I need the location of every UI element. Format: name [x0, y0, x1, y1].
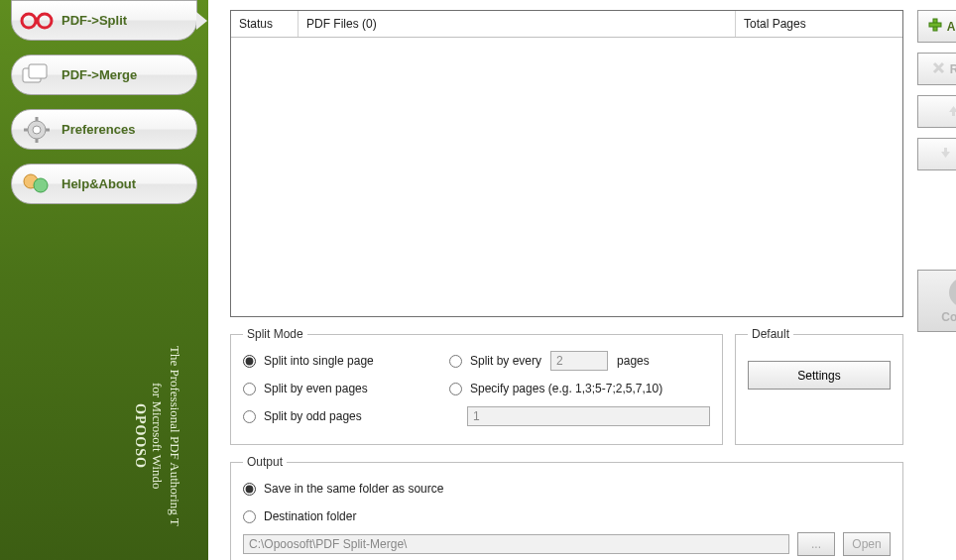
nav-label: PDF->Merge: [61, 67, 137, 82]
output-legend: Output: [243, 455, 287, 469]
svg-rect-3: [29, 64, 47, 78]
col-status[interactable]: Status: [231, 11, 299, 37]
arrow-up-icon: [947, 104, 956, 120]
up-button[interactable]: Up: [917, 95, 956, 128]
split-icon: [19, 6, 55, 36]
play-icon: [949, 278, 956, 307]
split-legend: Split Mode: [243, 327, 307, 341]
svg-point-5: [33, 126, 41, 134]
label-same-folder[interactable]: Save in the same folder as source: [264, 482, 443, 496]
nav-merge[interactable]: PDF->Merge: [11, 55, 197, 95]
file-list[interactable]: Status PDF Files (0) Total Pages: [230, 10, 903, 317]
radio-specify[interactable]: [449, 383, 462, 395]
output-group: Output Save in the same folder as source…: [230, 455, 903, 560]
nav-label: Preferences: [61, 122, 135, 137]
add-button[interactable]: Add: [917, 10, 956, 43]
nav-label: Help&About: [61, 176, 136, 191]
default-group: Default Settings: [735, 327, 903, 445]
svg-point-0: [22, 14, 36, 28]
svg-rect-13: [929, 23, 941, 27]
svg-point-11: [34, 178, 48, 192]
label-every-post: pages: [617, 354, 650, 368]
nav-preferences[interactable]: Preferences: [11, 109, 197, 150]
remove-button[interactable]: Remove: [917, 53, 956, 85]
input-specify[interactable]: [467, 406, 710, 426]
convert-button[interactable]: Convert: [917, 270, 956, 332]
output-path-input[interactable]: [243, 534, 789, 554]
label-even[interactable]: Split by even pages: [264, 382, 368, 395]
plus-icon: [928, 18, 942, 35]
label-specify[interactable]: Specify pages (e.g. 1,3;5-7;2,5,7,10): [470, 382, 662, 395]
nav-label: PDF->Split: [61, 13, 127, 28]
sidebar: PDF->Split PDF->Merge Preferences Help&A…: [0, 0, 208, 560]
col-files[interactable]: PDF Files (0): [299, 11, 736, 37]
help-icon: [19, 169, 55, 199]
input-every[interactable]: [550, 351, 608, 371]
nav-help[interactable]: Help&About: [11, 164, 197, 204]
svg-point-1: [38, 14, 52, 28]
gear-icon: [19, 115, 55, 145]
down-button[interactable]: Down: [917, 138, 956, 170]
radio-dest-folder[interactable]: [243, 510, 256, 523]
radio-single[interactable]: [243, 355, 256, 368]
sidebar-tagline: The Professional PDF Authoring T for Mic…: [130, 317, 183, 555]
open-button[interactable]: Open: [843, 532, 891, 556]
radio-same-folder[interactable]: [243, 483, 256, 496]
label-every-pre[interactable]: Split by every: [470, 354, 541, 368]
label-odd[interactable]: Split by odd pages: [264, 409, 362, 423]
browse-button[interactable]: ...: [797, 532, 835, 556]
file-list-header: Status PDF Files (0) Total Pages: [231, 11, 902, 38]
radio-even[interactable]: [243, 383, 256, 395]
radio-every[interactable]: [449, 355, 462, 368]
merge-icon: [19, 60, 55, 90]
default-legend: Default: [748, 327, 793, 341]
radio-odd[interactable]: [243, 410, 256, 423]
settings-button[interactable]: Settings: [748, 361, 891, 390]
x-icon: [932, 61, 945, 77]
col-pages[interactable]: Total Pages: [736, 11, 902, 37]
label-dest-folder[interactable]: Destination folder: [264, 509, 356, 523]
nav-split[interactable]: PDF->Split: [11, 0, 197, 41]
label-single[interactable]: Split into single page: [264, 354, 374, 368]
split-mode-group: Split Mode Split into single page Split …: [230, 327, 723, 445]
arrow-down-icon: [939, 147, 952, 163]
